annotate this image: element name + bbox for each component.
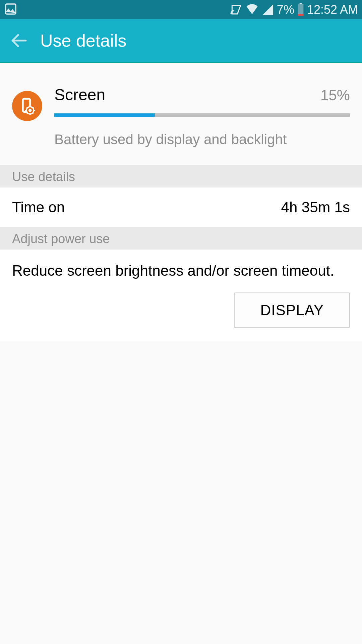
svg-rect-2 [298, 4, 304, 16]
use-details-header: Use details [0, 165, 362, 187]
battery-percent-text: 7% [277, 3, 294, 17]
screen-name-label: Screen [54, 86, 105, 104]
picture-icon [4, 2, 17, 16]
time-on-label: Time on [12, 199, 65, 216]
screen-app-icon [12, 91, 42, 121]
usage-progress-fill [54, 113, 155, 117]
svg-point-15 [28, 109, 32, 112]
usage-progress-bar [54, 113, 350, 117]
adjust-power-header: Adjust power use [0, 227, 362, 250]
svg-line-11 [27, 107, 28, 108]
status-bar: 7% 12:52 AM [0, 0, 362, 19]
svg-line-13 [33, 107, 34, 108]
back-button[interactable] [9, 31, 28, 50]
clock-text: 12:52 AM [307, 3, 358, 17]
screen-description: Battery used by display and backlight [54, 131, 350, 148]
cast-icon [230, 3, 243, 16]
svg-rect-1 [300, 3, 302, 4]
svg-rect-3 [298, 14, 304, 16]
adjust-power-section: Reduce screen brightness and/or screen t… [0, 250, 362, 341]
adjust-power-text: Reduce screen brightness and/or screen t… [12, 260, 350, 281]
screen-info-section: Screen 15% Battery used by display and b… [0, 63, 362, 165]
battery-icon [297, 3, 304, 16]
time-on-value: 4h 35m 1s [281, 199, 350, 216]
signal-icon [261, 3, 274, 16]
screen-percent-label: 15% [320, 87, 350, 104]
time-on-row[interactable]: Time on 4h 35m 1s [0, 187, 362, 227]
page-title: Use details [40, 31, 126, 51]
display-button[interactable]: DISPLAY [234, 292, 350, 328]
app-bar: Use details [0, 19, 362, 63]
svg-line-14 [27, 113, 28, 114]
svg-line-12 [33, 113, 34, 114]
wifi-icon [245, 3, 259, 16]
